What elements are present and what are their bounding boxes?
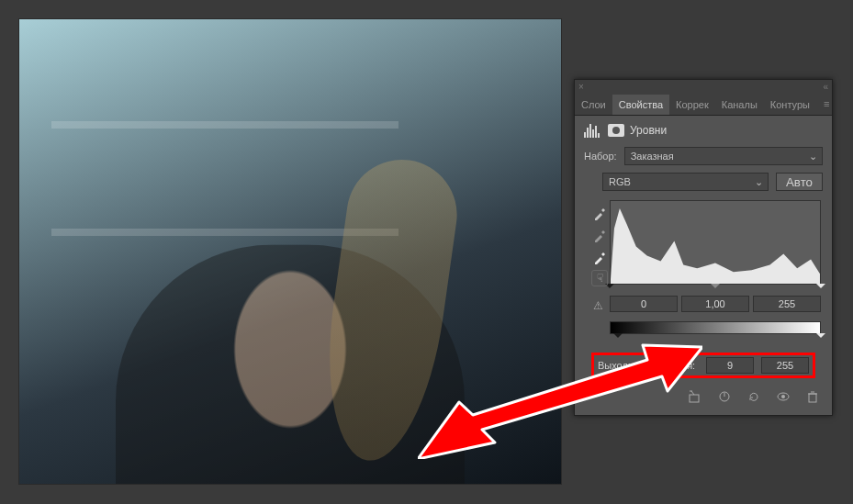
panel-footer <box>575 382 832 408</box>
input-midtones-handle[interactable] <box>711 284 720 293</box>
trash-icon[interactable] <box>804 389 821 404</box>
panel-tabs: Слои Свойства Коррек Каналы Контуры ≡ <box>575 95 832 116</box>
input-highlights-handle[interactable] <box>816 284 825 293</box>
reset-icon[interactable] <box>746 389 762 404</box>
mask-icon[interactable] <box>608 124 624 137</box>
eyedropper-white-icon[interactable] <box>593 250 612 266</box>
panel-collapse-icon[interactable]: « <box>823 82 828 93</box>
input-highlights-field[interactable]: 255 <box>753 296 821 312</box>
output-shadows-field[interactable]: 9 <box>706 357 754 374</box>
input-shadows-field[interactable]: 0 <box>610 296 678 312</box>
document-canvas[interactable] <box>18 18 562 485</box>
output-highlights-field[interactable]: 255 <box>761 357 809 374</box>
svg-rect-0 <box>690 395 699 402</box>
svg-rect-4 <box>809 394 816 402</box>
eyedropper-black-icon[interactable] <box>593 206 612 222</box>
panel-close-icon[interactable]: × <box>578 82 584 93</box>
preset-select[interactable]: Заказная <box>624 147 823 165</box>
visibility-icon[interactable] <box>775 389 791 404</box>
input-midtones-field[interactable]: 1,00 <box>681 296 749 312</box>
tab-paths[interactable]: Контуры <box>764 95 816 115</box>
clip-to-layer-icon[interactable] <box>687 389 703 404</box>
svg-point-3 <box>781 395 785 398</box>
properties-panel: × « Слои Свойства Коррек Каналы Контуры … <box>574 79 833 416</box>
tab-channels[interactable]: Каналы <box>715 95 764 115</box>
adjustment-title: Уровни <box>630 124 667 137</box>
levels-icon <box>584 123 602 138</box>
auto-button[interactable]: Авто <box>776 173 823 191</box>
output-slider[interactable] <box>610 334 821 343</box>
previous-state-icon[interactable] <box>716 389 733 404</box>
output-values-label: Выходные значения: <box>598 360 699 371</box>
output-values-highlight: Выходные значения: 9 255 <box>591 353 815 378</box>
warning-icon: ⚠ <box>593 299 603 312</box>
tab-properties[interactable]: Свойства <box>612 95 669 115</box>
panel-menu-icon[interactable]: ≡ <box>816 95 836 115</box>
output-gradient <box>610 321 821 334</box>
histogram <box>610 200 821 285</box>
preset-label: Набор: <box>584 151 617 162</box>
tab-corrections[interactable]: Коррек <box>669 95 715 115</box>
tab-layers[interactable]: Слои <box>575 95 612 115</box>
channel-select[interactable]: RGB <box>602 173 769 191</box>
output-highlights-handle[interactable] <box>816 333 825 342</box>
input-slider[interactable] <box>610 285 821 294</box>
output-shadows-handle[interactable] <box>613 333 623 342</box>
targeted-adjust-icon[interactable]: ☟ <box>591 270 608 286</box>
eyedropper-gray-icon[interactable] <box>593 228 612 244</box>
